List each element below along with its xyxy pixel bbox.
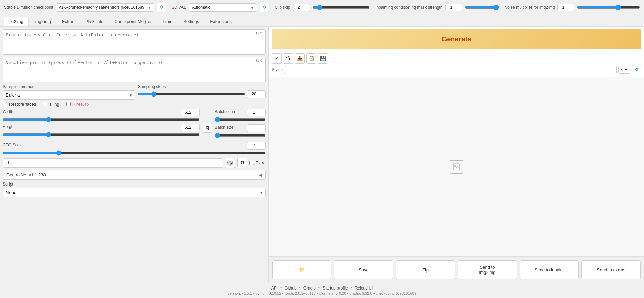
extra-checkbox-label[interactable]: Extra <box>249 160 266 165</box>
vae-refresh-btn[interactable] <box>260 3 269 12</box>
tab-train[interactable]: Train <box>157 17 177 26</box>
checkpoint-select-wrap[interactable]: v1-5-pruned-emaonly.safetensors [6ce0161… <box>56 3 154 12</box>
seed-recycle-btn[interactable]: ♻ <box>237 158 247 168</box>
height-label: Height <box>3 124 15 129</box>
batch-count-input[interactable] <box>247 109 266 116</box>
noise-slider[interactable] <box>577 5 640 10</box>
noise-input[interactable] <box>557 4 574 11</box>
script-group: Script None <box>3 182 266 197</box>
script-select[interactable]: None <box>3 188 266 197</box>
right-top: Generate ✓ 🗑 📤 📋 💾 Styles × ▼ <box>269 27 644 77</box>
tab-png-info[interactable]: PNG Info <box>80 17 108 26</box>
swap-dimensions-btn[interactable]: ⇅ <box>203 123 212 133</box>
negative-prompt-input[interactable] <box>3 57 265 81</box>
inpaint-group: Inpainting conditioning mask strength <box>375 4 499 11</box>
footer-gradio-link[interactable]: Gradio <box>303 286 316 291</box>
restore-faces-check[interactable]: Restore faces <box>3 102 36 107</box>
controlnet-section[interactable]: ControlNet v1.1.238 ◀ <box>3 170 266 180</box>
styles-clear-btn[interactable]: × ▼ <box>618 66 630 74</box>
inpaint-slider[interactable] <box>465 5 499 10</box>
sampling-method-select[interactable]: Euler a Euler LMS DPM++ 2M <box>3 90 135 100</box>
script-dropdown[interactable]: None <box>3 188 266 197</box>
tab-txt2img[interactable]: txt2img <box>4 17 29 26</box>
tab-bar: txt2img img2img Extras PNG Info Checkpoi… <box>0 15 644 27</box>
vae-section: SD VAE Automatic ▼ <box>172 3 269 12</box>
toolbar: ✓ 🗑 📤 📋 💾 <box>269 52 644 65</box>
sampling-method-dropdown[interactable]: Euler a Euler LMS DPM++ 2M <box>3 90 135 100</box>
send-inpaint-btn[interactable]: Send to inpaint <box>520 260 579 279</box>
seed-input[interactable] <box>3 158 223 168</box>
vae-select-wrap[interactable]: Automatic ▼ <box>189 3 257 12</box>
generate-btn[interactable]: Generate <box>272 29 641 49</box>
cfg-label: CFG Scale <box>3 143 23 147</box>
clip-skip-input[interactable] <box>293 4 310 11</box>
tiling-check[interactable]: Tiling <box>43 102 59 107</box>
clip-skip-slider[interactable] <box>313 5 370 10</box>
trash-btn[interactable]: 🗑 <box>283 53 293 64</box>
hires-fix-label: Hires. fix <box>72 102 90 107</box>
tab-img2img[interactable]: img2img <box>29 17 56 26</box>
tiling-checkbox[interactable] <box>43 102 47 106</box>
inpaint-label: Inpainting conditioning mask strength <box>375 5 442 10</box>
cfg-slider[interactable] <box>3 150 266 156</box>
checkpoint-value: v1-5-pruned-emaonly.safetensors [6ce0161… <box>59 5 146 10</box>
seed-row: 🎲 ♻ Extra <box>3 158 266 168</box>
inpaint-input[interactable] <box>445 4 462 11</box>
extra-label: Extra <box>256 160 266 165</box>
width-label: Width <box>3 109 13 114</box>
hires-fix-check[interactable]: Hires. fix <box>66 102 90 107</box>
clip-skip-label: Clip skip <box>275 5 290 10</box>
footer-startup-link[interactable]: Startup profile <box>323 286 348 291</box>
tab-checkpoint-merger[interactable]: Checkpoint Merger <box>109 17 157 26</box>
sampling-row: Sampling method Euler a Euler LMS DPM++ … <box>3 84 266 100</box>
negative-prompt-counter: 0/75 <box>256 58 263 63</box>
tab-settings[interactable]: Settings <box>178 17 204 26</box>
clipboard-btn[interactable]: 📋 <box>306 53 316 64</box>
cfg-input[interactable] <box>247 142 266 150</box>
tab-extensions[interactable]: Extensions <box>205 17 237 26</box>
svg-point-1 <box>455 165 456 166</box>
checkpoint-section: Stable Diffusion checkpoint v1-5-pruned-… <box>4 3 166 12</box>
batch-count-slider[interactable] <box>215 117 266 122</box>
save-btn[interactable]: Save <box>334 260 393 279</box>
sampling-method-label: Sampling method <box>3 84 135 89</box>
width-group: Width <box>3 109 200 122</box>
send-img2img-btn[interactable]: Send toimg2img <box>458 260 517 279</box>
batch-size-group: Batch size <box>215 124 266 138</box>
styles-input[interactable] <box>284 66 617 74</box>
open-folder-btn[interactable]: 📁 <box>272 260 331 279</box>
send-img2img-label: Send toimg2img <box>479 265 495 275</box>
styles-refresh-btn[interactable] <box>632 65 641 74</box>
height-input[interactable] <box>181 124 200 131</box>
zip-btn[interactable]: Zip <box>396 260 455 279</box>
sampling-steps-slider[interactable] <box>138 91 245 97</box>
footer-api-link[interactable]: API <box>271 286 278 291</box>
batch-size-input[interactable] <box>247 124 266 132</box>
restore-faces-label: Restore faces <box>9 102 36 107</box>
height-slider[interactable] <box>3 132 200 137</box>
hires-fix-checkbox[interactable] <box>66 102 71 106</box>
seed-dice-btn[interactable]: 🎲 <box>225 158 235 168</box>
width-slider[interactable] <box>3 117 200 122</box>
width-input[interactable] <box>181 109 200 116</box>
footer: API • Github • Gradio • Startup profile … <box>0 283 644 298</box>
checkpoint-refresh-btn[interactable] <box>157 3 166 12</box>
styles-label: Styles <box>272 67 283 72</box>
restore-faces-checkbox[interactable] <box>3 102 7 106</box>
positive-prompt-input[interactable] <box>3 30 265 53</box>
folder-icon: 📁 <box>299 267 304 273</box>
sampling-steps-input[interactable] <box>247 90 266 98</box>
batch-size-slider-row <box>215 133 266 138</box>
upload-btn[interactable]: 📤 <box>295 53 305 64</box>
send-extras-btn[interactable]: Send to extras <box>581 260 641 279</box>
footer-reload-link[interactable]: Reload UI <box>355 286 373 291</box>
footer-github-link[interactable]: Github <box>284 286 296 291</box>
apply-styles-btn[interactable]: ✓ <box>272 53 282 64</box>
save-styles-btn[interactable]: 💾 <box>318 53 328 64</box>
controlnet-label: ControlNet v1.1.238 <box>6 172 46 177</box>
main-area: 0/75 0/75 Sampling method Euler a Euler … <box>0 27 644 283</box>
noise-label: Noise multiplier for img2img <box>504 5 555 10</box>
batch-size-slider[interactable] <box>215 133 266 138</box>
extra-checkbox[interactable] <box>249 161 254 165</box>
tab-extras[interactable]: Extras <box>57 17 80 26</box>
